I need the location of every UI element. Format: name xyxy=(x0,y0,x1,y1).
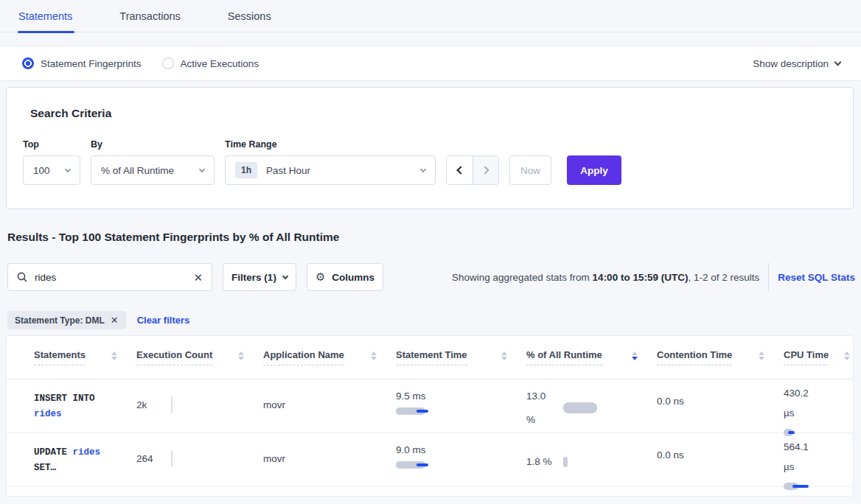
chevron-down-icon xyxy=(282,273,288,279)
pct-runtime-cell: 1.8 % xyxy=(526,433,657,490)
filter-chip-row: Statement Type: DML ✕ Clear filters xyxy=(7,311,189,329)
radio-selected-icon xyxy=(22,57,34,69)
contention-time-cell: 0.0 ns xyxy=(657,379,784,436)
radio-unselected-icon xyxy=(162,57,174,69)
statement-cell: UPDATE rides SET… xyxy=(34,433,121,490)
time-range-field: Time Range 1h Past Hour xyxy=(225,139,436,185)
count-bar xyxy=(171,396,172,413)
pct-runtime-cell: 13.0 % xyxy=(526,379,657,436)
column-header-statement-time[interactable]: Statement Time xyxy=(396,349,526,365)
by-label: By xyxy=(91,139,215,150)
columns-button[interactable]: ⚙ Columns xyxy=(307,263,383,291)
cpu-time-bar xyxy=(784,483,853,490)
gear-icon: ⚙ xyxy=(316,270,325,284)
statement-link[interactable]: rides xyxy=(34,409,62,419)
statement-time-cell: 9.0 ms xyxy=(396,433,526,490)
search-criteria-panel: Search Criteria Top 100 By % of All Runt… xyxy=(6,87,854,209)
previous-time-button[interactable] xyxy=(447,156,473,184)
reset-sql-stats-link[interactable]: Reset SQL Stats xyxy=(778,272,855,283)
statement-time-bar xyxy=(396,407,526,415)
columns-label: Columns xyxy=(332,272,374,283)
chevron-down-icon xyxy=(65,166,71,172)
remove-filter-icon[interactable]: ✕ xyxy=(111,315,119,326)
time-range-select[interactable]: 1h Past Hour xyxy=(225,155,436,185)
filters-button[interactable]: Filters (1) xyxy=(223,263,296,291)
chevron-down-icon xyxy=(834,59,842,66)
tab-statements[interactable]: Statements xyxy=(18,0,72,32)
column-header-contention-time[interactable]: Contention Time xyxy=(657,349,784,365)
filter-chip-statement-type: Statement Type: DML ✕ xyxy=(7,311,126,329)
top-select[interactable]: 100 xyxy=(23,155,80,185)
column-header-statements[interactable]: Statements xyxy=(34,349,136,365)
clear-filters-link[interactable]: Clear filters xyxy=(137,315,190,326)
search-icon xyxy=(17,272,27,282)
search-input[interactable] xyxy=(35,272,186,283)
sort-icon xyxy=(838,351,850,361)
chevron-down-icon xyxy=(199,166,205,172)
vertical-divider xyxy=(768,263,769,291)
tab-bar: Statements Transactions Sessions xyxy=(0,0,861,32)
filter-chip-label: Statement Type: DML xyxy=(15,315,105,326)
table-row: INSERT INTO rides 2k movr 9.5 ms 13.0 % … xyxy=(7,379,853,433)
radio-statement-fingerprints[interactable]: Statement Fingerprints xyxy=(22,57,142,69)
column-header-execution-count[interactable]: Execution Count xyxy=(136,349,263,365)
next-time-button[interactable] xyxy=(473,156,498,184)
top-label: Top xyxy=(23,139,80,150)
table-row: UPDATE rides SET… 264 movr 9.0 ms 1.8 % … xyxy=(7,433,853,487)
tab-transactions[interactable]: Transactions xyxy=(119,0,180,32)
results-controls: ✕ Filters (1) ⚙ Columns Showing aggregat… xyxy=(7,263,855,291)
column-header-pct-runtime[interactable]: % of All Runtime xyxy=(526,349,657,365)
column-header-application-name[interactable]: Application Name xyxy=(263,349,396,365)
clear-search-icon[interactable]: ✕ xyxy=(193,272,203,283)
search-criteria-title: Search Criteria xyxy=(30,107,111,120)
application-name-cell: movr xyxy=(263,433,396,490)
column-header-cpu-time[interactable]: CPU Time xyxy=(784,349,853,365)
sort-icon xyxy=(365,351,377,361)
cpu-time-cell: 430.2 µs xyxy=(784,379,853,436)
radio-label: Statement Fingerprints xyxy=(41,58,142,69)
tab-sessions[interactable]: Sessions xyxy=(228,0,271,32)
sort-icon xyxy=(105,351,117,361)
pct-runtime-bar xyxy=(563,402,597,413)
search-box: ✕ xyxy=(7,263,212,291)
radio-label: Active Executions xyxy=(181,58,259,69)
chevron-left-icon xyxy=(456,166,464,174)
cpu-time-bar xyxy=(784,429,853,436)
sort-icon xyxy=(495,351,507,361)
stats-group: Showing aggregated stats from 14:00 to 1… xyxy=(452,263,855,291)
now-button[interactable]: Now xyxy=(509,155,551,185)
cpu-time-cell: 564.1 µs xyxy=(784,433,853,490)
aggregated-stats-text: Showing aggregated stats from 14:00 to 1… xyxy=(452,272,759,283)
statement-link[interactable]: rides xyxy=(73,447,101,458)
contention-time-cell: 0.0 ns xyxy=(657,433,784,490)
statement-cell: INSERT INTO rides xyxy=(34,379,121,436)
radio-active-executions[interactable]: Active Executions xyxy=(162,57,259,69)
time-nav-group xyxy=(446,155,499,185)
execution-count-cell: 264 xyxy=(136,433,263,490)
execution-count-cell: 2k xyxy=(136,379,263,436)
statement-time-bar xyxy=(396,461,526,469)
by-field: By % of All Runtime xyxy=(91,139,215,185)
top-select-value: 100 xyxy=(33,165,50,176)
filters-label: Filters (1) xyxy=(231,272,276,283)
chevron-right-icon xyxy=(481,166,489,174)
chevron-down-icon xyxy=(420,166,426,172)
table-header-row: Statements Execution Count Application N… xyxy=(7,336,853,379)
view-mode-bar: Statement Fingerprints Active Executions… xyxy=(0,46,861,81)
show-description-label: Show description xyxy=(753,58,829,69)
top-field: Top 100 xyxy=(23,139,80,185)
application-name-cell: movr xyxy=(263,379,396,436)
show-description-toggle[interactable]: Show description xyxy=(753,58,840,69)
time-range-value: Past Hour xyxy=(266,165,310,176)
sort-icon-active-desc xyxy=(626,351,638,361)
statement-time-cell: 9.5 ms xyxy=(396,379,526,436)
sort-icon xyxy=(753,351,764,361)
sort-icon xyxy=(232,351,244,361)
time-range-badge: 1h xyxy=(235,162,257,178)
by-select-value: % of All Runtime xyxy=(101,165,174,176)
pct-runtime-bar xyxy=(563,457,568,467)
apply-button[interactable]: Apply xyxy=(567,155,621,185)
count-bar xyxy=(171,450,172,466)
statements-table: Statements Execution Count Application N… xyxy=(6,335,854,497)
by-select[interactable]: % of All Runtime xyxy=(91,155,215,185)
